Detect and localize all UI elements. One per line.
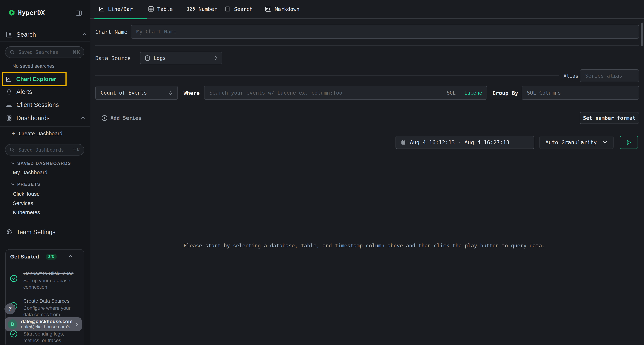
divider [0,126,90,127]
sidebar: HyperDX Search ⌘K No saved searches Char… [0,0,90,345]
chart-name-input[interactable] [131,25,639,39]
aggregation-value: Count of Events [100,90,147,96]
sidebar-item-services[interactable]: Services [13,200,33,206]
get-started-item[interactable]: Connect to ClickHouse Set up your databa… [24,270,78,291]
group-by-label: Group By [492,90,518,96]
divider [0,41,90,42]
sidebar-item-kubernetes[interactable]: Kubernetes [13,209,40,215]
chevron-up-icon[interactable] [80,116,85,119]
client-sessions-label: Client Sessions [16,101,59,108]
user-account-chip[interactable]: D dale@clickhouse.com dale@clickhouse.co… [5,317,82,331]
lucene-option[interactable]: Lucene [464,90,482,96]
sidebar-item-client-sessions[interactable]: Client Sessions [6,101,59,108]
get-started-progress-badge: 3/3 [46,254,57,260]
sidebar-item-search[interactable]: Search [16,31,36,38]
laptop-icon [6,101,12,108]
chevron-down-icon [11,162,15,165]
task-description: Start sending logs, metrics, or traces [24,331,78,344]
task-title: Create Data Sources [24,298,78,305]
time-range-picker[interactable]: Aug 4 16:12:13 - Aug 4 16:27:13 [396,136,534,149]
time-range-value: Aug 4 16:12:13 - Aug 4 16:27:13 [410,139,510,145]
saved-dashboards-input[interactable] [18,147,69,153]
chevron-updown-icon [168,90,173,95]
alerts-label: Alerts [16,88,32,95]
granularity-value: Auto Granularity [546,139,597,145]
team-settings-label: Team Settings [16,229,56,236]
chevron-up-icon[interactable] [82,33,86,36]
where-input-wrap: SQL | Lucene [204,86,487,100]
tab-number[interactable]: 123 Number [187,0,217,18]
gear-icon [6,229,13,236]
saved-dashboards-section-header[interactable]: SAVED DASHBOARDS [11,161,71,166]
chevron-updown-icon [214,55,218,61]
series-divider [95,75,560,76]
data-source-label: Data Source [95,55,131,61]
hyperdx-logo-icon [8,9,15,16]
set-number-format-button[interactable]: Set number format [580,112,639,124]
tab-search[interactable]: Search [225,0,252,18]
chart-name-label: Chart Name [95,29,128,35]
task-description: Set up your database connection [24,278,78,291]
where-label: Where [184,90,200,96]
add-series-button[interactable]: Add Series [102,115,141,121]
shortcut-badge: ⌘K [72,147,80,152]
scrollbar-thumb[interactable] [641,22,643,46]
line-chart-icon [6,76,12,82]
help-button[interactable]: ? [4,303,16,315]
search-icon [10,147,15,152]
play-icon [626,140,631,145]
data-source-select[interactable]: Logs [140,52,222,64]
empty-state-message: Please start by selecting a database, ta… [90,243,638,249]
sidebar-item-dashboards[interactable]: Dashboards [6,115,50,122]
sql-lucene-toggle[interactable]: SQL | Lucene [447,86,482,100]
plus-circle-icon [102,115,108,121]
sql-option[interactable]: SQL [447,90,456,96]
task-title: Connect to ClickHouse [24,270,78,277]
saved-searches-input[interactable] [18,49,69,55]
divider [95,45,639,45]
sidebar-collapse-icon[interactable] [76,10,82,16]
tab-line-bar[interactable]: Line/Bar [98,0,133,18]
divider [95,341,639,341]
where-input[interactable] [204,86,487,100]
main-content: Line/Bar Table 123 Number Search [90,0,644,345]
dashboards-label: Dashboards [16,115,50,122]
saved-dashboards-search[interactable]: ⌘K [5,144,84,156]
markdown-icon [265,6,272,12]
line-chart-icon [98,6,105,12]
chevron-down-icon [11,183,15,186]
create-dashboard-button[interactable]: + Create Dashboard [12,130,62,137]
create-dashboard-label: Create Dashboard [19,130,62,137]
check-circle-icon [10,275,18,283]
get-started-item[interactable]: Create Data Sources Configure where your… [24,298,78,318]
chevron-up-icon[interactable] [68,255,73,258]
app-title: HyperDX [18,9,45,16]
user-org: dale@clickhouse.com's [21,324,73,330]
presets-section-header[interactable]: PRESETS [11,182,40,187]
no-saved-searches-text: No saved searches [12,63,54,69]
table-icon [148,6,154,12]
run-query-play-button[interactable] [620,136,638,149]
granularity-select[interactable]: Auto Granularity [539,136,614,149]
saved-searches-search[interactable]: ⌘K [5,46,84,58]
group-by-input[interactable] [522,86,639,100]
aggregation-select[interactable]: Count of Events [95,86,178,100]
alias-label: Alias [564,73,578,79]
search-section-icon [6,31,13,38]
sidebar-item-alerts[interactable]: Alerts [6,88,32,95]
tab-markdown[interactable]: Markdown [265,0,300,18]
sidebar-item-clickhouse[interactable]: ClickHouse [13,191,40,197]
tabbar-underline [90,18,644,19]
sidebar-item-my-dashboard[interactable]: My Dashboard [13,169,48,176]
sidebar-item-chart-explorer[interactable]: Chart Explorer [2,72,66,86]
chevron-down-icon [602,141,608,144]
avatar: D [8,320,17,329]
chart-explorer-label: Chart Explorer [16,76,56,82]
search-icon [10,49,15,55]
database-icon [144,55,150,61]
get-started-item[interactable]: Start sending logs, metrics, or traces [24,330,78,344]
alias-input[interactable] [580,69,639,82]
user-email: dale@clickhouse.com [21,319,73,324]
tab-table[interactable]: Table [148,0,173,18]
sidebar-item-team-settings[interactable]: Team Settings [6,229,56,236]
